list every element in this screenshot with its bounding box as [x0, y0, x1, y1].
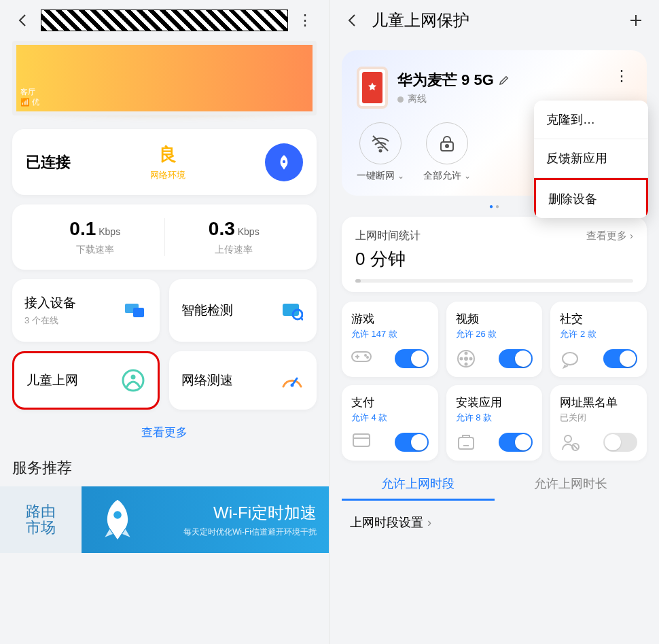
boost-button[interactable] — [265, 143, 303, 181]
popup-feedback[interactable]: 反馈新应用 — [534, 139, 648, 178]
svg-point-5 — [123, 370, 143, 391]
status-card: 已连接 良 网络环境 — [12, 129, 317, 195]
category-5[interactable]: 网址黑名单已关闭 — [550, 385, 647, 461]
device-menu-icon[interactable]: ⋮ — [611, 65, 633, 87]
upload-speed: 0.3Kbps 上传速率 — [165, 218, 304, 256]
cat-toggle[interactable] — [499, 433, 533, 452]
device-thumbnail — [357, 67, 388, 109]
cat-icon — [560, 348, 580, 369]
device-name: 华为麦芒 9 5G — [397, 70, 494, 90]
action-disconnect[interactable]: 一键断网 ⌄ — [357, 122, 404, 182]
edit-icon[interactable] — [498, 74, 510, 86]
category-3[interactable]: 支付允许 4 款 — [342, 385, 438, 461]
cat-sub: 已关闭 — [560, 412, 637, 424]
svg-point-16 — [365, 355, 366, 356]
add-icon[interactable] — [625, 10, 647, 31]
tile-diagnose[interactable]: 智能检测 — [169, 279, 317, 342]
tab-period[interactable]: 允许上网时段 — [342, 476, 495, 501]
tab-bar: 允许上网时段 允许上网时长 — [342, 476, 647, 501]
svg-line-4 — [301, 318, 303, 320]
router-app-screen: ⋮ 客厅 📶 优 已连接 良 网络环境 0.1Kbps 下载速率 — [0, 0, 330, 644]
router-market[interactable]: 路由 市场 — [0, 486, 82, 553]
stats-more[interactable]: 查看更多 › — [586, 230, 633, 243]
tab-duration[interactable]: 允许上网时长 — [495, 476, 647, 501]
popup-delete[interactable]: 删除设备 — [534, 178, 648, 218]
cat-title: 安装应用 — [456, 395, 533, 410]
category-grid: 游戏允许 147 款视频允许 26 款社交允许 2 款支付允许 4 款安装应用允… — [342, 302, 647, 461]
svg-point-13 — [446, 145, 448, 147]
cat-toggle[interactable] — [395, 433, 429, 452]
category-0[interactable]: 游戏允许 147 款 — [342, 302, 438, 377]
device-status: 离线 — [397, 93, 510, 105]
cat-sub: 允许 147 款 — [351, 328, 429, 340]
popup-clone[interactable]: 克隆到… — [534, 101, 648, 139]
cat-title: 游戏 — [351, 311, 429, 327]
left-header: ⋮ — [0, 0, 329, 41]
svg-rect-26 — [459, 437, 474, 449]
svg-point-20 — [465, 353, 467, 355]
page-title: 儿童上网保护 — [372, 10, 469, 31]
category-2[interactable]: 社交允许 2 款 — [550, 302, 647, 377]
back-icon[interactable] — [342, 10, 363, 31]
cat-toggle[interactable] — [603, 433, 637, 452]
cat-icon — [456, 348, 476, 369]
svg-point-10 — [379, 150, 381, 152]
download-speed: 0.1Kbps 下载速率 — [26, 218, 164, 256]
connected-label: 已连接 — [26, 152, 71, 173]
svg-point-23 — [460, 358, 462, 360]
parental-screen: 儿童上网保护 华为麦芒 9 5G 离线 ⋮ — [330, 0, 659, 644]
svg-point-19 — [465, 357, 467, 360]
cat-title: 社交 — [560, 311, 637, 327]
promo-sub: 每天定时优化Wi-Fi信道避开环境干扰 — [141, 526, 317, 538]
wifi-off-icon — [359, 122, 402, 164]
svg-point-28 — [565, 435, 571, 442]
tile-devices[interactable]: 接入设备 3 个在线 — [12, 279, 160, 342]
right-header: 儿童上网保护 — [330, 0, 659, 41]
svg-rect-1 — [133, 308, 144, 317]
service-banner[interactable]: 路由 市场 Wi-Fi定时加速 每天定时优化Wi-Fi信道避开环境干扰 — [0, 486, 329, 553]
svg-rect-24 — [353, 434, 370, 446]
period-setting-row[interactable]: 上网时段设置› — [350, 514, 639, 531]
category-1[interactable]: 视频允许 26 款 — [446, 302, 543, 377]
cat-sub: 允许 26 款 — [456, 328, 533, 340]
cat-icon — [351, 348, 372, 369]
speed-card: 0.1Kbps 下载速率 0.3Kbps 上传速率 — [12, 204, 317, 270]
cat-title: 支付 — [351, 395, 429, 410]
stats-label: 上网时间统计 — [355, 229, 421, 243]
rocket-icon — [94, 496, 141, 543]
parental-icon — [121, 368, 145, 393]
svg-point-22 — [465, 363, 467, 365]
cat-toggle[interactable] — [395, 349, 429, 368]
room-banner[interactable]: 客厅 📶 优 — [12, 41, 317, 115]
svg-line-30 — [573, 445, 577, 449]
category-4[interactable]: 安装应用允许 8 款 — [446, 385, 543, 461]
tile-parental[interactable]: 儿童上网 — [12, 351, 160, 410]
stats-bar — [355, 279, 633, 283]
svg-point-17 — [367, 357, 368, 358]
cat-toggle[interactable] — [603, 349, 637, 368]
svg-point-9 — [113, 511, 122, 519]
see-more-link[interactable]: 查看更多 — [0, 425, 329, 440]
stats-value: 0 分钟 — [355, 247, 633, 271]
cat-icon — [351, 432, 372, 452]
usage-stats-card[interactable]: 上网时间统计 查看更多 › 0 分钟 — [342, 217, 647, 292]
title-redacted — [41, 10, 288, 31]
cat-title: 视频 — [456, 311, 533, 327]
cat-icon — [560, 432, 580, 452]
cat-toggle[interactable] — [499, 349, 533, 368]
more-icon[interactable]: ⋮ — [295, 10, 317, 31]
diagnose-icon — [280, 298, 304, 323]
speedtest-icon — [280, 368, 304, 393]
devices-icon — [123, 298, 147, 323]
action-allow-all[interactable]: 全部允许 ⌄ — [423, 122, 471, 182]
cat-title: 网址黑名单 — [560, 395, 637, 410]
svg-point-21 — [469, 358, 471, 360]
cat-sub: 允许 4 款 — [351, 412, 429, 424]
tile-speedtest[interactable]: 网络测速 — [169, 351, 317, 410]
cat-sub: 允许 2 款 — [560, 328, 637, 340]
back-icon[interactable] — [12, 10, 34, 31]
network-quality: 良 网络环境 — [150, 143, 185, 181]
banner-tag: 客厅 📶 优 — [20, 87, 39, 107]
service-heading: 服务推荐 — [12, 458, 317, 478]
lock-icon — [426, 122, 468, 164]
